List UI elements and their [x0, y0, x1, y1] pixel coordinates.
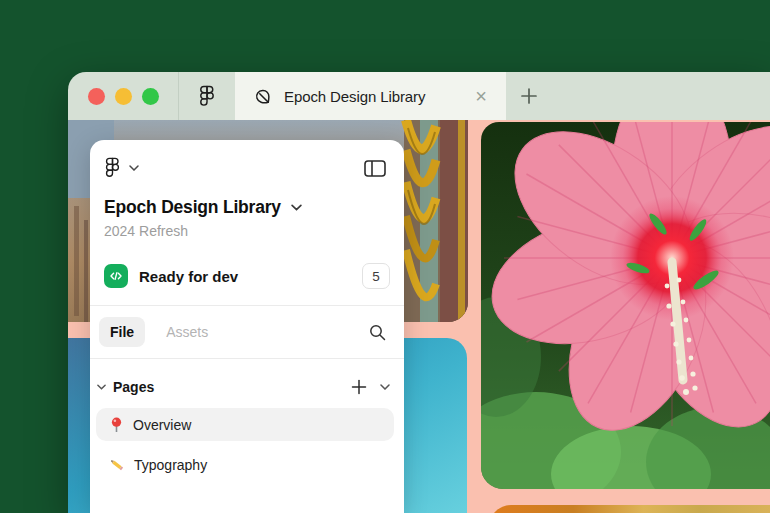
code-icon — [104, 264, 128, 288]
close-window-button[interactable] — [88, 88, 105, 105]
ready-count-badge: 5 — [362, 263, 390, 289]
close-tab-button[interactable]: × — [468, 83, 494, 109]
chevron-down-icon[interactable] — [291, 204, 302, 211]
figma-logo-icon — [199, 85, 215, 108]
ready-for-dev-row[interactable]: Ready for dev 5 — [90, 239, 404, 289]
tab-epoch-design-library[interactable]: Epoch Design Library × — [235, 72, 506, 120]
traffic-lights — [68, 88, 159, 105]
new-tab-button[interactable] — [506, 72, 552, 120]
pushpin-icon — [109, 417, 124, 433]
canvas-image-orange[interactable] — [489, 505, 770, 513]
figma-window: Epoch Design Library × — [68, 72, 770, 513]
pages-header[interactable]: Pages — [90, 359, 404, 400]
page-item-overview[interactable]: Overview — [96, 408, 394, 441]
ready-for-dev-label: Ready for dev — [139, 268, 362, 285]
file-subtitle: 2024 Refresh — [90, 218, 404, 239]
panel-tabs: File Assets — [90, 306, 404, 359]
plus-icon — [520, 87, 538, 105]
pencil-icon — [109, 457, 125, 473]
chevron-down-icon[interactable] — [129, 165, 139, 171]
page-label: Overview — [133, 417, 191, 433]
page-item-typography[interactable]: Typography — [96, 448, 394, 481]
desktop-background: Epoch Design Library × — [0, 0, 770, 513]
file-title: Epoch Design Library — [104, 197, 281, 218]
figma-canvas[interactable]: Epoch Design Library 2024 Refresh Ready … — [68, 120, 770, 513]
chevron-down-icon[interactable] — [97, 384, 106, 390]
minimize-window-button[interactable] — [115, 88, 132, 105]
chevron-down-icon[interactable] — [380, 384, 390, 390]
canvas-image-hibiscus[interactable] — [481, 122, 770, 489]
hibiscus-photo — [481, 122, 770, 489]
leaf-icon — [254, 88, 271, 105]
window-tab-bar: Epoch Design Library × — [68, 72, 770, 120]
file-title-row[interactable]: Epoch Design Library — [90, 182, 404, 218]
figma-logo-icon[interactable] — [105, 157, 120, 179]
tab-title: Epoch Design Library — [284, 88, 468, 105]
search-icon[interactable] — [369, 324, 386, 341]
home-button[interactable] — [179, 85, 235, 108]
add-page-button[interactable] — [351, 379, 367, 395]
tab-assets[interactable]: Assets — [155, 317, 219, 347]
zoom-window-button[interactable] — [142, 88, 159, 105]
file-panel: Epoch Design Library 2024 Refresh Ready … — [90, 140, 404, 513]
pages-header-label: Pages — [113, 379, 351, 395]
tab-file[interactable]: File — [99, 317, 145, 347]
page-list: Overview — [90, 400, 404, 481]
page-label: Typography — [134, 457, 207, 473]
panel-header — [90, 140, 404, 182]
sidebar-toggle-icon[interactable] — [364, 160, 386, 177]
